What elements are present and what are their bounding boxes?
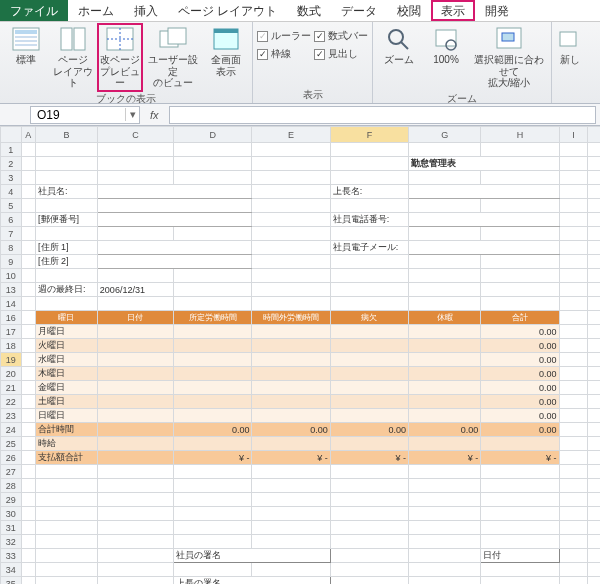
ribbon: 標準 ページ レイアウト 改ページ プレビュー ユーザー設定 のビュー 全画面 …	[0, 22, 600, 104]
row-header[interactable]: 4	[1, 185, 22, 199]
fullscreen-button[interactable]: 全画面 表示	[204, 24, 248, 79]
gridlines-checkbox[interactable]: ✓枠線	[257, 46, 311, 62]
tab-developer[interactable]: 開発	[475, 0, 519, 21]
svg-rect-13	[214, 29, 238, 33]
row-header[interactable]: 14	[1, 297, 22, 311]
tab-view[interactable]: 表示	[431, 0, 475, 21]
tab-review[interactable]: 校閲	[387, 0, 431, 21]
row-header[interactable]: 10	[1, 269, 22, 283]
col-header[interactable]: G	[409, 127, 481, 143]
svg-rect-2	[15, 36, 37, 38]
col-header[interactable]: H	[481, 127, 559, 143]
custom-views-label: ユーザー設定 のビュー	[146, 54, 200, 89]
row-header[interactable]: 5	[1, 199, 22, 213]
col-header[interactable]: J	[588, 127, 600, 143]
row-header[interactable]: 7	[1, 227, 22, 241]
ribbon-group-window: 新し	[552, 22, 588, 103]
select-all-corner[interactable]	[1, 127, 22, 143]
row-header[interactable]: 24	[1, 423, 22, 437]
row-header[interactable]: 33	[1, 549, 22, 563]
row-header[interactable]: 21	[1, 381, 22, 395]
normal-view-button[interactable]: 標準	[4, 24, 48, 68]
row-header[interactable]: 3	[1, 171, 22, 185]
page-break-preview-button[interactable]: 改ページ プレビュー	[98, 24, 142, 91]
new-window-label: 新し	[560, 54, 580, 66]
row-header[interactable]: 18	[1, 339, 22, 353]
row-header[interactable]: 35	[1, 577, 22, 585]
svg-rect-3	[15, 40, 37, 42]
row-header[interactable]: 26	[1, 451, 22, 465]
page-break-label: 改ページ プレビュー	[99, 54, 141, 89]
ribbon-tabs: ファイル ホーム 挿入 ページ レイアウト 数式 データ 校閲 表示 開発	[0, 0, 600, 22]
zoom-icon	[384, 26, 414, 52]
normal-view-icon	[11, 26, 41, 52]
ribbon-group-show: ✓ルーラー ✓枠線 ✓数式バー ✓見出し 表示	[253, 22, 373, 103]
row-header[interactable]: 13	[1, 283, 22, 297]
row-header[interactable]: 6	[1, 213, 22, 227]
zoom-button[interactable]: ズーム	[377, 24, 421, 68]
group-show-label: 表示	[257, 87, 368, 103]
svg-rect-4	[15, 44, 37, 46]
zoom-100-label: 100%	[433, 54, 459, 66]
page-layout-button[interactable]: ページ レイアウト	[51, 24, 95, 91]
svg-rect-6	[74, 28, 85, 50]
headings-checkbox[interactable]: ✓見出し	[314, 46, 368, 62]
tab-insert[interactable]: 挿入	[124, 0, 168, 21]
row-header[interactable]: 16	[1, 311, 22, 325]
name-box-dropdown-icon[interactable]: ▾	[125, 108, 139, 121]
tab-page-layout[interactable]: ページ レイアウト	[168, 0, 287, 21]
col-header[interactable]: I	[559, 127, 588, 143]
tab-file[interactable]: ファイル	[0, 0, 68, 21]
svg-rect-11	[168, 28, 186, 44]
svg-rect-1	[15, 30, 37, 34]
row-header[interactable]: 2	[1, 157, 22, 171]
page-layout-icon	[58, 26, 88, 52]
col-header[interactable]: A	[21, 127, 35, 143]
custom-views-button[interactable]: ユーザー設定 のビュー	[145, 24, 201, 91]
row-header[interactable]: 25	[1, 437, 22, 451]
row-header[interactable]: 8	[1, 241, 22, 255]
row-header[interactable]: 23	[1, 409, 22, 423]
tab-home[interactable]: ホーム	[68, 0, 124, 21]
row-header[interactable]: 1	[1, 143, 22, 157]
normal-view-label: 標準	[16, 54, 36, 66]
new-window-button[interactable]: 新し	[556, 24, 584, 68]
ruler-checkbox[interactable]: ✓ルーラー	[257, 28, 311, 44]
formula-input[interactable]	[169, 106, 596, 124]
row-header[interactable]: 19	[1, 353, 22, 367]
col-header[interactable]: C	[97, 127, 173, 143]
fullscreen-icon	[211, 26, 241, 52]
tab-data[interactable]: データ	[331, 0, 387, 21]
fullscreen-label: 全画面 表示	[211, 54, 241, 77]
row-header[interactable]: 22	[1, 395, 22, 409]
row-header[interactable]: 27	[1, 465, 22, 479]
col-header[interactable]: B	[36, 127, 98, 143]
zoom-selection-button[interactable]: 選択範囲に合わせて 拡大/縮小	[471, 24, 547, 91]
tab-formulas[interactable]: 数式	[287, 0, 331, 21]
row-header[interactable]: 29	[1, 493, 22, 507]
formula-bar-checkbox[interactable]: ✓数式バー	[314, 28, 368, 44]
row-header[interactable]: 32	[1, 535, 22, 549]
zoom-100-button[interactable]: 100%	[424, 24, 468, 68]
spreadsheet-grid[interactable]: A B C D E F G H I J 1 2勤怠管理表 3 4社員名:上長名:…	[0, 126, 600, 584]
ribbon-group-zoom: ズーム 100% 選択範囲に合わせて 拡大/縮小 ズーム	[373, 22, 552, 103]
ribbon-group-book-views: 標準 ページ レイアウト 改ページ プレビュー ユーザー設定 のビュー 全画面 …	[0, 22, 253, 103]
formula-bar: O19 ▾ fx	[0, 104, 600, 126]
row-header[interactable]: 30	[1, 507, 22, 521]
name-box[interactable]: O19 ▾	[30, 106, 140, 124]
row-header[interactable]: 20	[1, 367, 22, 381]
new-window-icon	[555, 26, 585, 52]
row-header[interactable]: 9	[1, 255, 22, 269]
zoom-selection-label: 選択範囲に合わせて 拡大/縮小	[472, 54, 546, 89]
sheet-title: 勤怠管理表	[409, 157, 559, 171]
row-header[interactable]: 34	[1, 563, 22, 577]
fx-icon[interactable]: fx	[140, 109, 169, 121]
col-header[interactable]: D	[174, 127, 252, 143]
col-header[interactable]: E	[252, 127, 330, 143]
column-headers: A B C D E F G H I J	[1, 127, 601, 143]
row-header[interactable]: 28	[1, 479, 22, 493]
col-header[interactable]: F	[330, 127, 408, 143]
row-header[interactable]: 17	[1, 325, 22, 339]
svg-rect-5	[61, 28, 72, 50]
row-header[interactable]: 31	[1, 521, 22, 535]
